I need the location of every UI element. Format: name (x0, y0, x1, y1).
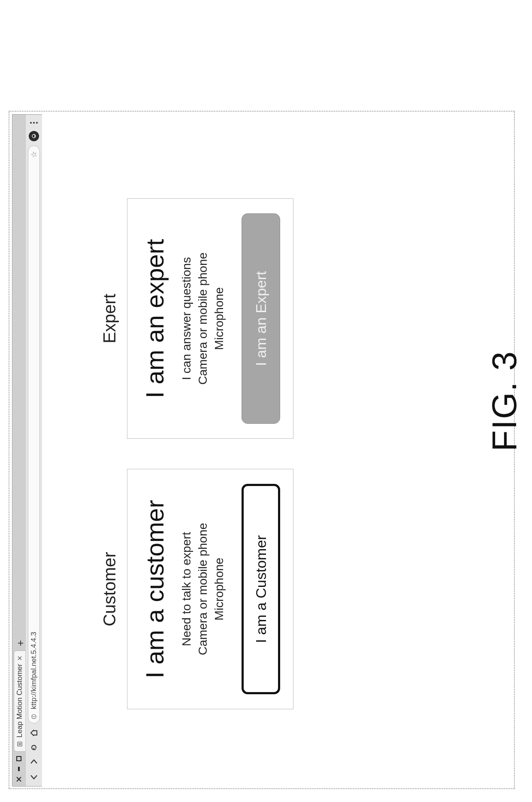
window-maximize-button[interactable] (15, 755, 22, 762)
expert-section-label: Expert (100, 294, 119, 343)
expert-line-3: Microphone (211, 287, 227, 350)
tab-title: Leap Motion Customer (15, 664, 24, 738)
nav-forward-button[interactable] (29, 757, 39, 767)
expert-line-1: I can answer questions (178, 257, 195, 380)
customer-headline: I am a customer (140, 500, 169, 678)
expert-card: I am an expert I can answer questions Ca… (127, 198, 293, 439)
customer-section-label: Customer (100, 552, 119, 626)
browser-chrome: Leap Motion Customer (12, 114, 42, 787)
i-am-a-customer-button[interactable]: I am a Customer (242, 484, 280, 694)
tab-favicon-icon (17, 741, 23, 747)
nav-reload-button[interactable] (29, 742, 39, 753)
i-am-an-expert-button[interactable]: I am an Expert (242, 213, 280, 424)
browser-menu-button[interactable] (30, 119, 38, 127)
window-minimize-button[interactable] (15, 766, 22, 772)
browser-toolbar: ☆ (25, 115, 42, 786)
nav-home-button[interactable] (29, 728, 39, 738)
customer-card: I am a customer Need to talk to expert C… (127, 469, 293, 709)
page-content: Customer I am a customer Need to talk to… (42, 114, 511, 787)
bookmark-star-icon[interactable]: ☆ (29, 151, 39, 158)
url-input[interactable] (29, 161, 39, 710)
new-tab-button[interactable] (16, 638, 25, 648)
extension-icon[interactable] (29, 131, 39, 141)
expert-card-group: Expert I am an expert I can answer quest… (100, 198, 293, 439)
figure-caption: FIG. 3 (485, 0, 524, 802)
window-close-button[interactable] (15, 776, 22, 783)
browser-tab-active[interactable]: Leap Motion Customer (14, 650, 25, 752)
expert-line-2: Camera or mobile phone (195, 252, 211, 385)
address-bar[interactable]: ☆ (28, 146, 40, 723)
site-info-icon[interactable] (31, 714, 37, 720)
customer-card-group: Customer I am a customer Need to talk to… (100, 469, 293, 709)
nav-back-button[interactable] (29, 772, 39, 782)
customer-line-3: Microphone (211, 558, 227, 620)
svg-rect-1 (17, 756, 21, 761)
customer-line-1: Need to talk to expert (178, 532, 195, 646)
svg-rect-8 (33, 716, 35, 717)
svg-rect-0 (18, 767, 20, 771)
expert-headline: I am an expert (140, 239, 169, 398)
svg-point-7 (33, 716, 33, 717)
tab-close-button[interactable] (16, 656, 23, 660)
browser-titlebar: Leap Motion Customer (12, 115, 25, 786)
customer-line-2: Camera or mobile phone (195, 523, 211, 655)
